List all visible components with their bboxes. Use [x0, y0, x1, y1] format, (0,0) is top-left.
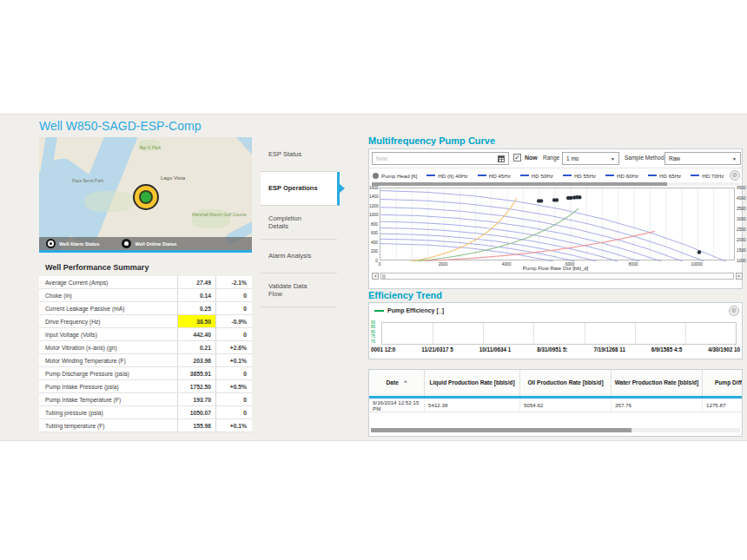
perf-row-label: Pump Intake Temperature (F) — [39, 393, 178, 405]
scroll-thumb[interactable] — [382, 274, 386, 279]
nav-item-label: Alarm Analysis — [268, 252, 319, 260]
legend-line-icon — [648, 175, 657, 176]
efficiency-gridline — [433, 323, 433, 344]
legend-item[interactable]: HD 55Hz — [563, 173, 596, 179]
production-table: Date^Liquid Production Rate [bbls/d]Oil … — [368, 369, 743, 437]
legend-item[interactable]: HD (ft) 40Hz — [426, 173, 467, 179]
xaxis-tick: 6000 — [565, 262, 575, 267]
table-scroll-thumb[interactable] — [371, 428, 631, 432]
column-header-liquid[interactable]: Liquid Production Rate [bbls/d] — [425, 370, 520, 396]
status-toggle[interactable]: Well Online Status — [122, 239, 176, 248]
legend-item-label: HD 65Hz — [659, 173, 681, 179]
column-header-oil[interactable]: Oil Production Rate [bbls/d] — [520, 370, 611, 396]
perf-row: Motor Winding Temperature (F)203.96+0.1% — [39, 354, 252, 367]
legend-scrollbar-thumb[interactable] — [372, 182, 667, 186]
selected-arrow-icon — [340, 184, 345, 193]
now-checkbox[interactable]: ✓ — [513, 154, 521, 161]
production-table-header: Date^Liquid Production Rate [bbls/d]Oil … — [369, 370, 742, 396]
pump-curve-plot — [380, 188, 735, 260]
perf-row-label: Tubing pressure (psia) — [39, 406, 178, 418]
column-header-date[interactable]: Date^ — [369, 370, 425, 396]
perf-row: Average Current (Amps)27.49-2.1% — [39, 276, 252, 289]
legend-scrollbar[interactable] — [372, 182, 739, 186]
scroll-left-button[interactable]: ◂ — [372, 273, 379, 280]
efficiency-xaxis: 0001 12:011/21/0317 510/11/0634 18/31/09… — [371, 346, 740, 352]
efficiency-xtick: 0001 12:0 — [371, 346, 395, 352]
perf-row-label: Average Current (Amps) — [39, 276, 178, 288]
calendar-icon[interactable] — [498, 155, 505, 162]
legend-settings-button[interactable]: ⚙ — [730, 170, 740, 181]
pump-curve-chart — [380, 188, 736, 261]
perf-row: Input Voltage (Volts)442.400 — [39, 328, 252, 341]
perf-row: Pump Intake Temperature (F)193.700 — [39, 393, 252, 406]
well-location-map[interactable]: Pace Bend ParkLago VistaBar K ParkMarsha… — [39, 137, 252, 253]
status-toggle-label: Well Alarm Status — [59, 241, 99, 247]
legend-item[interactable]: HD 45Hz — [478, 173, 511, 179]
perf-row-label: Current Leakage Passive (mA) — [39, 302, 178, 314]
dashboard-band: Well W850-SAGD-ESP-Comp Pace Bend ParkLa… — [0, 114, 747, 441]
yaxis-left-tick: 0 — [369, 259, 378, 263]
pump-curve-hscrollbar[interactable]: ◂ ▸ — [372, 273, 743, 280]
table-hscrollbar[interactable] — [371, 428, 740, 432]
date-input[interactable]: Now — [372, 152, 509, 165]
efficiency-xtick: 4/30/1902 10 — [708, 346, 740, 352]
range-select[interactable]: 1 mo ▼ — [562, 152, 619, 165]
column-header-water[interactable]: Water Production Rate [bbls/d] — [611, 370, 703, 396]
perf-value: 193.70 — [178, 393, 216, 405]
perf-value: 203.96 — [178, 354, 216, 366]
legend-item[interactable]: HD 65Hz — [648, 173, 681, 179]
nav-item-validate-data-flow[interactable]: Validate Data Flow — [261, 273, 337, 307]
legend-item[interactable]: Pump Head [ft] — [373, 173, 417, 179]
legend-item-label: HD 55Hz — [574, 173, 596, 179]
legend-item[interactable]: HD 50Hz — [520, 173, 553, 179]
page-title: Well W850-SAGD-ESP-Comp — [39, 119, 201, 133]
efficiency-xtick: 10/11/0634 1 — [479, 346, 511, 352]
pump-curve-section-title: Multifrequency Pump Curve — [368, 135, 495, 146]
xaxis-tick: 10000 — [691, 262, 703, 267]
nav-item-label: Completion Details — [268, 214, 319, 231]
scroll-track[interactable] — [380, 273, 734, 280]
sample-method-select[interactable]: Raw ▼ — [664, 152, 741, 165]
column-header-label: Date — [387, 379, 399, 387]
nav-item-esp-operations[interactable]: ESP Operations — [261, 172, 340, 206]
nav-item-alarm-analysis[interactable]: Alarm Analysis — [261, 240, 337, 273]
map-place-label: Bar K Park — [140, 145, 161, 150]
column-header-label: Liquid Production Rate [bbls/d] — [429, 379, 514, 387]
perf-row: Pump Intake Pressure (psia)1752.50+0.5% — [39, 380, 252, 393]
map-place-label: Lago Vista — [159, 175, 187, 181]
perf-value: 0.21 — [178, 341, 216, 353]
perf-row-label: Pump Intake Pressure (psia) — [39, 380, 178, 392]
table-row[interactable]: 9/16/2014 12:52:15 PM5412.385054.62357.7… — [369, 399, 742, 412]
efficiency-legend: Pump Efficiency [_] — [374, 307, 444, 313]
perf-value: 0.25 — [178, 302, 216, 314]
perf-row-label: Pump Discharge Pressure (psia) — [39, 367, 178, 379]
nav-item-completion-details[interactable]: Completion Details — [261, 206, 337, 240]
performance-summary-table: Average Current (Amps)27.49-2.1%Choke (i… — [39, 276, 252, 432]
nav-item-label: Validate Data Flow — [268, 282, 319, 299]
yaxis-right-tick: 2500 — [737, 227, 746, 232]
nav-item-esp-status[interactable]: ESP Status — [261, 138, 337, 172]
pump-curve-toolbar: Now ✓ Now Range 1 mo ▼ Sample Method Raw… — [369, 149, 742, 168]
efficiency-settings-button[interactable]: ⚙ — [729, 306, 739, 316]
status-toggle[interactable]: Well Alarm Status — [46, 239, 99, 248]
column-header-pump[interactable]: Pump Diff — [703, 370, 743, 396]
perf-row: Pump Discharge Pressure (psia)3855.910 — [39, 367, 252, 380]
well-marker[interactable] — [133, 184, 159, 210]
legend-item-label: HD 70Hz — [702, 173, 724, 179]
yaxis-left-tick: 1400 — [369, 194, 378, 199]
column-header-label: Oil Production Rate [bbls/d] — [527, 379, 603, 387]
legend-item[interactable]: HD 60Hz — [605, 173, 638, 179]
well-marker-status-dot — [141, 192, 151, 202]
legend-item[interactable]: HD 70Hz — [691, 173, 724, 179]
yaxis-right-tick: 1500 — [737, 248, 746, 253]
scroll-right-button[interactable]: ▸ — [736, 273, 743, 280]
perf-change: 0 — [216, 306, 252, 312]
perf-value: 0.14 — [178, 289, 216, 301]
perf-change: +0.1% — [216, 358, 252, 364]
production-table-body: 9/16/2014 12:52:15 PM5412.385054.62357.7… — [369, 399, 742, 412]
range-select-value: 1 mo — [566, 155, 578, 161]
xaxis-tick: 2000 — [439, 262, 448, 267]
app-window: Well W850-SAGD-ESP-Comp Pace Bend ParkLa… — [0, 0, 747, 560]
perf-row: Motor Vibration (x-axis) (gn)0.21+2.6% — [39, 341, 252, 354]
efficiency-xtick: 8/31/0951 5: — [537, 346, 567, 352]
